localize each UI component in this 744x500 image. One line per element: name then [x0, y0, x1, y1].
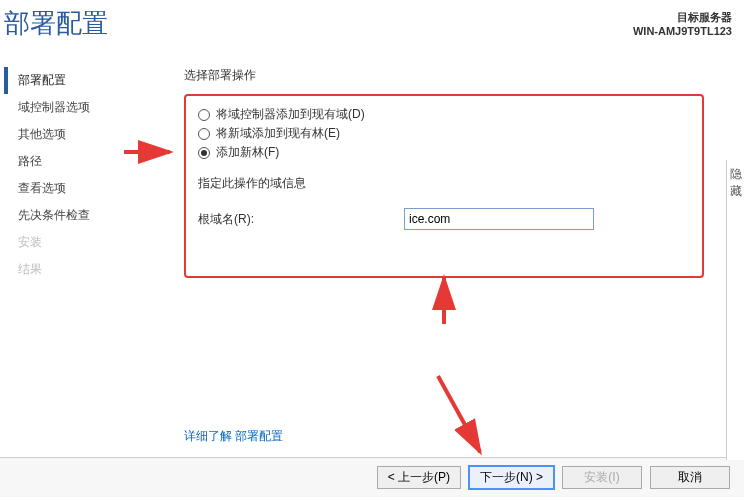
main-area: 部署配置 域控制器选项 其他选项 路径 查看选项 先决条件检查 安装 结果 选择…	[0, 47, 744, 457]
radio-icon	[198, 128, 210, 140]
radio-add-domain-existing-forest[interactable]: 将新域添加到现有林(E)	[198, 125, 690, 142]
hide-panel-toggle[interactable]: 隐藏	[726, 160, 744, 460]
root-domain-input[interactable]	[404, 208, 594, 230]
radio-icon	[198, 109, 210, 121]
content-pane: 选择部署操作 将域控制器添加到现有域(D) 将新域添加到现有林(E) 添加新林(…	[176, 47, 744, 457]
cancel-button[interactable]: 取消	[650, 466, 730, 489]
sidebar: 部署配置 域控制器选项 其他选项 路径 查看选项 先决条件检查 安装 结果	[0, 47, 176, 457]
header: 部署配置 目标服务器 WIN-AMJ9T9TL123	[0, 0, 744, 47]
install-button: 安装(I)	[562, 466, 642, 489]
radio-icon	[198, 147, 210, 159]
sidebar-item-prereq[interactable]: 先决条件检查	[4, 202, 176, 229]
radio-label: 添加新林(F)	[216, 144, 279, 161]
sidebar-item-results: 结果	[4, 256, 176, 283]
target-server-name: WIN-AMJ9T9TL123	[633, 24, 732, 38]
sidebar-item-paths[interactable]: 路径	[4, 148, 176, 175]
target-server-label: 目标服务器	[633, 10, 732, 24]
sidebar-item-deploy-config[interactable]: 部署配置	[4, 67, 176, 94]
domain-info-label: 指定此操作的域信息	[198, 175, 690, 192]
sidebar-item-other-options[interactable]: 其他选项	[4, 121, 176, 148]
sidebar-item-review[interactable]: 查看选项	[4, 175, 176, 202]
learn-more-link[interactable]: 详细了解 部署配置	[184, 428, 283, 445]
prev-button[interactable]: < 上一步(P)	[377, 466, 461, 489]
radio-label: 将域控制器添加到现有域(D)	[216, 106, 365, 123]
root-domain-row: 根域名(R):	[198, 208, 690, 230]
highlight-box: 将域控制器添加到现有域(D) 将新域添加到现有林(E) 添加新林(F) 指定此操…	[184, 94, 704, 278]
target-server-block: 目标服务器 WIN-AMJ9T9TL123	[633, 6, 732, 41]
radio-add-dc-existing-domain[interactable]: 将域控制器添加到现有域(D)	[198, 106, 690, 123]
next-button[interactable]: 下一步(N) >	[469, 466, 554, 489]
sidebar-item-install: 安装	[4, 229, 176, 256]
root-domain-label: 根域名(R):	[198, 211, 396, 228]
section-label: 选择部署操作	[184, 67, 726, 84]
radio-add-new-forest[interactable]: 添加新林(F)	[198, 144, 690, 161]
page-title: 部署配置	[2, 6, 108, 41]
button-bar: < 上一步(P) 下一步(N) > 安装(I) 取消	[0, 457, 744, 497]
radio-label: 将新域添加到现有林(E)	[216, 125, 340, 142]
sidebar-item-dc-options[interactable]: 域控制器选项	[4, 94, 176, 121]
